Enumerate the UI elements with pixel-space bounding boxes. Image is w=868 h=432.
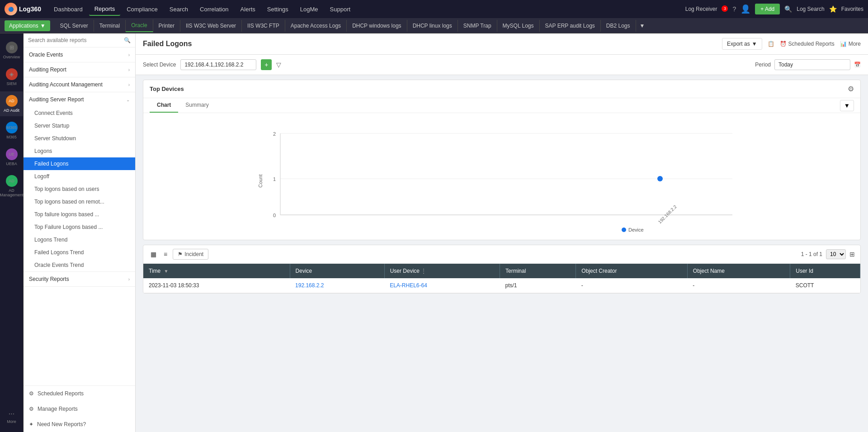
favorites-icon[interactable]: ⭐ [829, 5, 837, 13]
column-chooser-button[interactable]: ⊞ [849, 251, 855, 258]
incident-button[interactable]: ⚑ Incident [173, 249, 208, 260]
sidebar-item-auditing-report[interactable]: Auditing Report › [24, 62, 135, 77]
sidebar-sub-logons-trend[interactable]: Logons Trend [24, 233, 135, 246]
select-device-label: Select Device [143, 62, 176, 68]
manage-reports-link[interactable]: ⚙ Manage Reports [24, 401, 135, 417]
tab-iis-w3c-web[interactable]: IIS W3C Web Server [180, 20, 242, 32]
sidebar-sub-failed-logons[interactable]: Failed Logons [24, 157, 135, 170]
sidebar-sub-top-failure-users[interactable]: Top failure logons based ... [24, 208, 135, 221]
grid-view-btn[interactable]: ▦ [149, 250, 158, 259]
tab-chart[interactable]: Chart [150, 98, 178, 113]
auditing-report-arrow: › [128, 67, 130, 72]
sidebar-sub-top-failure-logons[interactable]: Top Failure Logons based ... [24, 221, 135, 233]
period-input[interactable] [774, 59, 850, 70]
chart-panel: Top Devices ⚙ Chart Summary ▼ Count 2 1 … [143, 80, 861, 240]
icon-bar-ad-audit[interactable]: AD AD Audit [0, 91, 23, 116]
cell-device: 192.168.2.2 [290, 278, 384, 293]
col-object-creator: Object Creator [576, 264, 688, 278]
tab-terminal[interactable]: Terminal [94, 20, 126, 32]
nav-search[interactable]: Search [164, 3, 193, 15]
sidebar-item-security[interactable]: Security Reports › [24, 272, 135, 286]
nav-settings[interactable]: Settings [262, 3, 294, 15]
favorites-label[interactable]: Favorites [841, 6, 863, 12]
sidebar-sub-oracle-events-trend[interactable]: Oracle Events Trend [24, 259, 135, 271]
add-button[interactable]: + Add [755, 4, 780, 14]
nav-reports[interactable]: Reports [89, 3, 121, 16]
device-input[interactable] [180, 59, 256, 70]
siem-icon: ◈ [6, 68, 18, 80]
tab-sql-server[interactable]: SQL Server [55, 20, 94, 32]
chart-settings-button[interactable]: ⚙ [848, 85, 854, 93]
tab-oracle[interactable]: Oracle [126, 19, 153, 32]
filter-icon[interactable]: ▽ [276, 61, 281, 68]
svg-text:2: 2 [273, 131, 276, 137]
sidebar-sub-logons[interactable]: Logons [24, 145, 135, 157]
cell-user-id: SCOTT [790, 278, 860, 293]
sidebar-item-auditing-server[interactable]: Auditing Server Report ⌄ [24, 92, 135, 107]
app-dropdown[interactable]: Applications ▼ [5, 20, 50, 31]
icon-bar-more[interactable]: ··· More [0, 406, 23, 427]
icon-bar-siem[interactable]: ◈ SIEM [0, 65, 23, 90]
export-calendar-icon[interactable]: 📋 [768, 41, 774, 47]
tab-sap-erp[interactable]: SAP ERP audit Logs [540, 20, 601, 32]
chart-dropdown-btn[interactable]: ▼ [840, 100, 854, 111]
notification-badge[interactable]: 3 [722, 5, 728, 12]
more-button[interactable]: 📊 More [840, 41, 861, 47]
export-dropdown-icon: ▼ [752, 41, 757, 47]
nav-support[interactable]: Support [325, 3, 356, 15]
tab-db2[interactable]: DB2 Logs [601, 20, 636, 32]
svg-text:Count: Count [258, 174, 263, 187]
icon-bar-overview[interactable]: ⊞ Overview [0, 38, 23, 63]
cell-user-device: ELA-RHEL6-64 [384, 278, 500, 293]
sidebar-item-auditing-account[interactable]: Auditing Account Management › [24, 77, 135, 92]
nav-alerts[interactable]: Alerts [235, 3, 261, 15]
tab-printer[interactable]: Printer [153, 20, 180, 32]
sidebar-sub-top-logons-users[interactable]: Top logons based on users [24, 183, 135, 195]
need-new-reports-link[interactable]: ✦ Need New Reports? [24, 417, 135, 432]
scheduled-reports-button[interactable]: ⏰ Scheduled Reports [780, 41, 835, 47]
sidebar-sub-server-shutdown[interactable]: Server Shutdown [24, 132, 135, 145]
sort-time-icon[interactable]: ▼ [164, 269, 169, 274]
user-icon[interactable]: 👤 [741, 4, 750, 14]
sidebar-sub-server-startup[interactable]: Server Startup [24, 119, 135, 132]
add-device-button[interactable]: + [261, 59, 272, 70]
search-icon-top[interactable]: 🔍 [784, 5, 792, 13]
calendar-icon[interactable]: 📅 [854, 62, 861, 68]
icon-bar-m365[interactable]: M365 M365 [0, 118, 23, 143]
tab-dhcp-linux[interactable]: DHCP linux logs [407, 20, 458, 32]
nav-correlation[interactable]: Correlation [194, 3, 234, 15]
tab-apache[interactable]: Apache Access Logs [285, 20, 347, 32]
more-tabs-btn[interactable]: ▼ [636, 20, 649, 32]
nav-logme[interactable]: LogMe [295, 3, 324, 15]
scheduled-reports-link[interactable]: ⚙ Scheduled Reports [24, 386, 135, 401]
icon-bar-ad-mgmt[interactable]: AD AD Management [0, 171, 23, 201]
scheduled-reports-icon: ⚙ [29, 390, 34, 397]
icon-bar-ueba[interactable]: UE UEBA [0, 145, 23, 170]
col-menu-user-device[interactable]: ⋮ [421, 268, 426, 274]
export-button[interactable]: Export as ▼ [722, 38, 762, 50]
col-user-id: User Id [790, 264, 860, 278]
per-page-select[interactable]: 10 25 50 [826, 249, 846, 259]
tab-dhcp-windows[interactable]: DHCP windows logs [347, 20, 407, 32]
help-icon[interactable]: ? [732, 5, 736, 13]
list-view-btn[interactable]: ≡ [162, 250, 169, 259]
col-terminal: Terminal [500, 264, 576, 278]
ad-audit-icon: AD [6, 95, 18, 107]
log-search-link[interactable]: Log Search [797, 6, 824, 12]
tab-snmp[interactable]: SNMP Trap [458, 20, 497, 32]
sidebar-search-bar: 🔍 [24, 33, 135, 47]
nav-compliance[interactable]: Compliance [121, 3, 163, 15]
sidebar-item-oracle-events[interactable]: Oracle Events › [24, 47, 135, 62]
content-header-actions: Export as ▼ 📋 ⏰ Scheduled Reports 📊 More [722, 38, 861, 50]
sidebar-sub-logoff[interactable]: Logoff [24, 170, 135, 183]
tab-iis-w3c-ftp[interactable]: IIS W3C FTP [242, 20, 285, 32]
sidebar-sub-top-logons-remote[interactable]: Top logons based on remot... [24, 195, 135, 208]
tab-mysql[interactable]: MySQL Logs [497, 20, 540, 32]
sidebar-sub-connect-events[interactable]: Connect Events [24, 107, 135, 119]
sidebar-search-input[interactable] [28, 37, 121, 43]
tab-summary[interactable]: Summary [178, 98, 216, 113]
svg-text:1: 1 [273, 176, 276, 182]
top-bar-right: Log Receiver 3 ? 👤 + Add 🔍 Log Search ⭐ … [685, 4, 863, 14]
sidebar-sub-failed-logons-trend[interactable]: Failed Logons Trend [24, 246, 135, 259]
nav-dashboard[interactable]: Dashboard [48, 3, 88, 15]
